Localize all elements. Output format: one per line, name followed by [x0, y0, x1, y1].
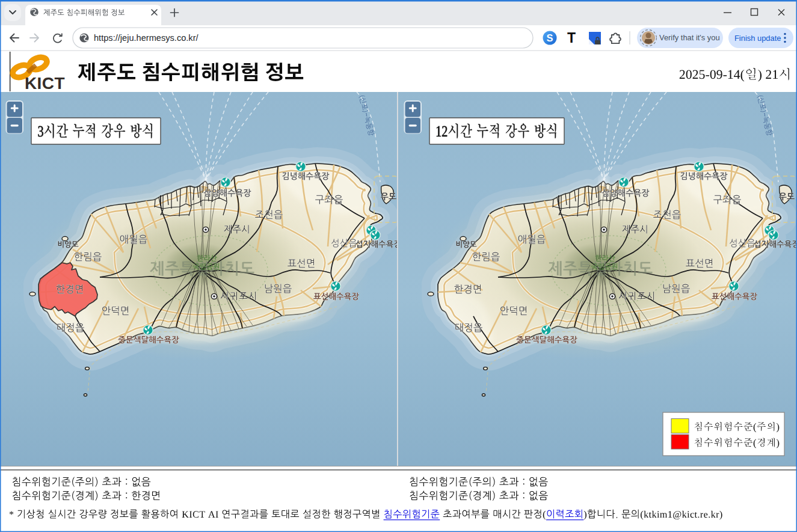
- svg-text:https://jeju.hermesys.co.kr/: https://jeju.hermesys.co.kr/: [94, 33, 199, 43]
- svg-text:KICT: KICT: [25, 74, 65, 93]
- svg-text:Finish update: Finish update: [734, 34, 781, 43]
- svg-text:T: T: [567, 30, 576, 46]
- svg-text:Verify that it's you: Verify that it's you: [659, 33, 720, 42]
- svg-text:S: S: [546, 32, 553, 43]
